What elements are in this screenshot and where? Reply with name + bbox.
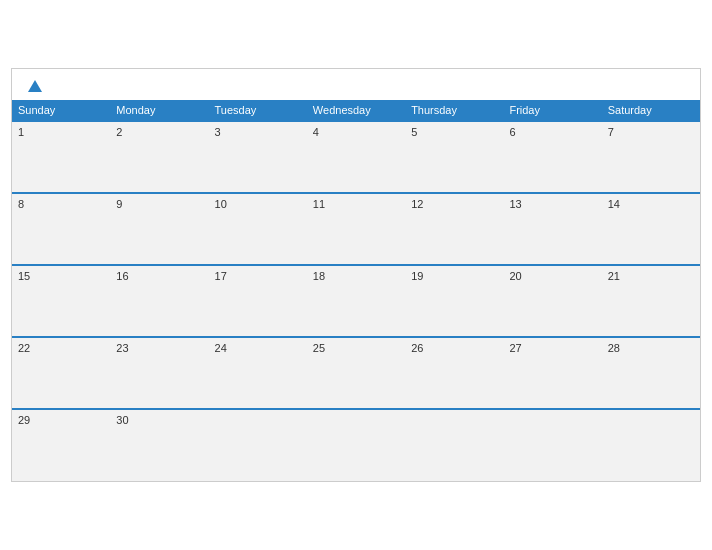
- week-row-1: 1234567: [12, 121, 700, 193]
- day-cell: 30: [110, 409, 208, 481]
- day-cell: 23: [110, 337, 208, 409]
- day-cell: 18: [307, 265, 405, 337]
- calendar-grid: SundayMondayTuesdayWednesdayThursdayFrid…: [12, 100, 700, 481]
- day-number: 22: [18, 342, 30, 354]
- day-cell: 6: [503, 121, 601, 193]
- day-cell: 9: [110, 193, 208, 265]
- day-cell: 25: [307, 337, 405, 409]
- day-cell: 1: [12, 121, 110, 193]
- day-cell: 3: [209, 121, 307, 193]
- day-cell: 19: [405, 265, 503, 337]
- logo-triangle-icon: [28, 80, 42, 92]
- weekday-header-row: SundayMondayTuesdayWednesdayThursdayFrid…: [12, 100, 700, 121]
- day-cell: 11: [307, 193, 405, 265]
- day-number: 18: [313, 270, 325, 282]
- day-number: 15: [18, 270, 30, 282]
- weekday-header-friday: Friday: [503, 100, 601, 121]
- day-number: 24: [215, 342, 227, 354]
- day-number: 27: [509, 342, 521, 354]
- week-row-3: 15161718192021: [12, 265, 700, 337]
- day-cell: 13: [503, 193, 601, 265]
- day-number: 20: [509, 270, 521, 282]
- day-cell: 2: [110, 121, 208, 193]
- day-number: 9: [116, 198, 122, 210]
- day-number: 19: [411, 270, 423, 282]
- day-cell: 10: [209, 193, 307, 265]
- day-cell: 16: [110, 265, 208, 337]
- week-row-4: 22232425262728: [12, 337, 700, 409]
- day-cell: [602, 409, 700, 481]
- day-cell: 22: [12, 337, 110, 409]
- weekday-header-thursday: Thursday: [405, 100, 503, 121]
- day-cell: 24: [209, 337, 307, 409]
- day-number: 21: [608, 270, 620, 282]
- day-number: 17: [215, 270, 227, 282]
- day-number: 7: [608, 126, 614, 138]
- day-number: 25: [313, 342, 325, 354]
- day-cell: 28: [602, 337, 700, 409]
- day-number: 6: [509, 126, 515, 138]
- calendar-header: [12, 69, 700, 100]
- day-cell: 7: [602, 121, 700, 193]
- weekday-header-saturday: Saturday: [602, 100, 700, 121]
- day-cell: 4: [307, 121, 405, 193]
- day-cell: [503, 409, 601, 481]
- day-number: 23: [116, 342, 128, 354]
- calendar-container: SundayMondayTuesdayWednesdayThursdayFrid…: [11, 68, 701, 482]
- day-cell: 29: [12, 409, 110, 481]
- day-cell: 21: [602, 265, 700, 337]
- weekday-header-sunday: Sunday: [12, 100, 110, 121]
- day-cell: 27: [503, 337, 601, 409]
- day-number: 16: [116, 270, 128, 282]
- logo: [26, 79, 42, 92]
- day-cell: 15: [12, 265, 110, 337]
- day-cell: 12: [405, 193, 503, 265]
- day-number: 10: [215, 198, 227, 210]
- day-cell: 17: [209, 265, 307, 337]
- day-number: 14: [608, 198, 620, 210]
- day-cell: 14: [602, 193, 700, 265]
- day-number: 3: [215, 126, 221, 138]
- day-number: 29: [18, 414, 30, 426]
- day-number: 2: [116, 126, 122, 138]
- weekday-header-wednesday: Wednesday: [307, 100, 405, 121]
- weekday-header-tuesday: Tuesday: [209, 100, 307, 121]
- day-cell: 20: [503, 265, 601, 337]
- day-cell: [209, 409, 307, 481]
- day-number: 30: [116, 414, 128, 426]
- day-number: 28: [608, 342, 620, 354]
- day-cell: 26: [405, 337, 503, 409]
- day-number: 1: [18, 126, 24, 138]
- day-number: 4: [313, 126, 319, 138]
- day-cell: [405, 409, 503, 481]
- week-row-5: 2930: [12, 409, 700, 481]
- weekday-header-monday: Monday: [110, 100, 208, 121]
- day-cell: 5: [405, 121, 503, 193]
- day-number: 12: [411, 198, 423, 210]
- day-cell: 8: [12, 193, 110, 265]
- day-number: 11: [313, 198, 325, 210]
- day-number: 8: [18, 198, 24, 210]
- day-cell: [307, 409, 405, 481]
- day-number: 13: [509, 198, 521, 210]
- week-row-2: 891011121314: [12, 193, 700, 265]
- day-number: 26: [411, 342, 423, 354]
- day-number: 5: [411, 126, 417, 138]
